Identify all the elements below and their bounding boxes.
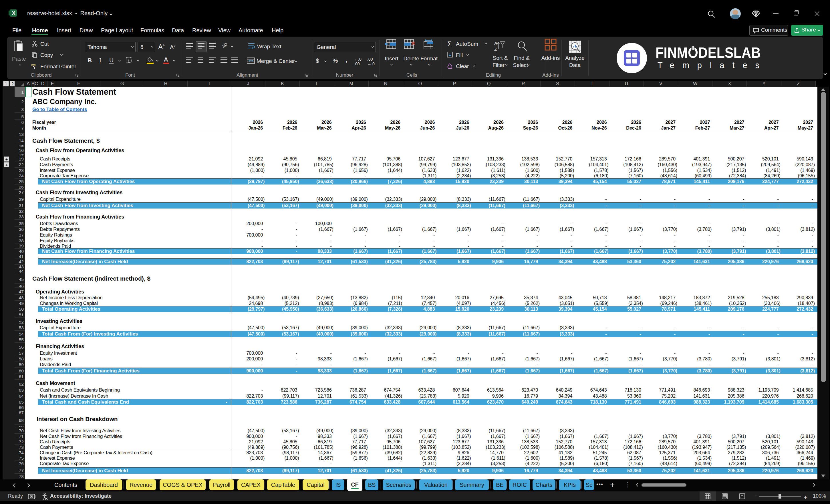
svg-text:A: A: [494, 41, 498, 45]
svg-text:Z: Z: [494, 46, 497, 52]
